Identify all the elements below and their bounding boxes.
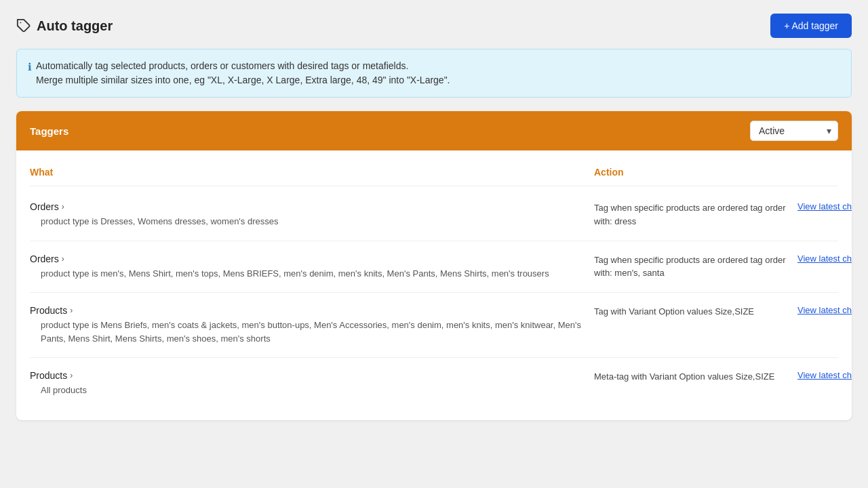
chevron-right-icon-4: ›: [70, 371, 73, 380]
header-left: Auto tagger: [16, 18, 113, 34]
table-content: What Action Orders › product type is Dre…: [16, 150, 852, 420]
chevron-right-icon-3: ›: [70, 306, 73, 315]
view-latest-changes-link-2[interactable]: View latest changes: [797, 253, 852, 264]
col-header-edit: [797, 167, 838, 178]
info-line1: Automatically tag selected products, ord…: [36, 60, 408, 71]
category-name-3: Products: [30, 305, 67, 316]
view-latest-changes-link-1[interactable]: View latest changes: [797, 201, 852, 211]
action-cell-1: Tag when specific products are ordered t…: [594, 201, 797, 228]
action-cell-2: Tag when specific products are ordered t…: [594, 253, 797, 280]
info-banner: ℹ Automatically tag selected products, o…: [16, 49, 852, 98]
category-label-4: Products ›: [30, 370, 594, 381]
table-row: Orders › product type is men's, Mens Shi…: [30, 241, 838, 293]
col-header-action: Action: [594, 167, 797, 178]
table-row: Products › All products Meta-tag with Va…: [30, 358, 838, 409]
table-row: Orders › product type is Dresses, Womens…: [30, 189, 838, 241]
page-header: Auto tagger + Add tagger: [16, 14, 852, 38]
product-desc-4: All products: [30, 384, 594, 397]
auto-tagger-icon: [16, 18, 31, 33]
category-name-1: Orders: [30, 201, 59, 212]
action-links-1: View latest changes: [797, 201, 838, 219]
status-select-wrapper[interactable]: Active Inactive All ▾: [750, 121, 838, 141]
action-links-2: View latest changes: [797, 253, 838, 271]
taggers-header: Taggers Active Inactive All ▾: [16, 111, 852, 150]
table-row: Products › product type is Mens Briefs, …: [30, 293, 838, 358]
action-cell-4: Meta-tag with Variant Option values Size…: [594, 370, 797, 384]
view-latest-changes-link-4[interactable]: View latest changes: [797, 370, 852, 380]
add-tagger-button[interactable]: + Add tagger: [770, 14, 852, 38]
page-title: Auto tagger: [37, 18, 113, 34]
what-cell-4: Products › All products: [30, 370, 594, 397]
action-links-4: View latest changes: [797, 370, 838, 388]
info-line2: Merge multiple similar sizes into one, e…: [36, 75, 450, 85]
taggers-title: Taggers: [30, 125, 68, 137]
product-desc-3: product type is Mens Briefs, men's coats…: [30, 319, 594, 345]
category-name-4: Products: [30, 370, 67, 381]
col-header-what: What: [30, 167, 594, 178]
what-cell-2: Orders › product type is men's, Mens Shi…: [30, 253, 594, 281]
view-latest-changes-link-3[interactable]: View latest changes: [797, 305, 852, 315]
info-icon: ℹ: [28, 60, 32, 75]
category-label-3: Products ›: [30, 305, 594, 316]
action-links-3: View latest changes: [797, 305, 838, 323]
category-name-2: Orders: [30, 253, 59, 264]
product-desc-2: product type is men's, Mens Shirt, men's…: [30, 267, 594, 281]
chevron-right-icon-2: ›: [62, 254, 64, 264]
col-headers: What Action: [30, 161, 838, 186]
chevron-right-icon-1: ›: [62, 202, 64, 211]
what-cell-3: Products › product type is Mens Briefs, …: [30, 305, 594, 345]
what-cell-1: Orders › product type is Dresses, Womens…: [30, 201, 594, 228]
category-label-1: Orders ›: [30, 201, 594, 212]
status-select[interactable]: Active Inactive All: [750, 121, 838, 141]
action-cell-3: Tag with Variant Option values Size,SIZE: [594, 305, 797, 319]
category-label-2: Orders ›: [30, 253, 594, 264]
product-desc-1: product type is Dresses, Womens dresses,…: [30, 215, 594, 228]
taggers-card: Taggers Active Inactive All ▾ What Actio…: [16, 111, 852, 420]
